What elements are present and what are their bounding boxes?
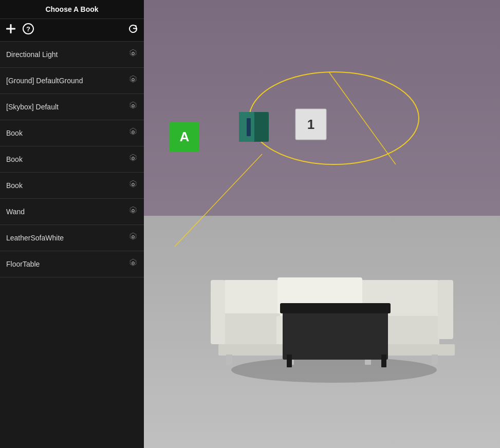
left-panel: Choose A Book ? [0,0,144,448]
list-item-label-book-3: Book [6,181,128,190]
svg-point-7 [132,131,135,134]
gear-icon-wand[interactable] [128,206,138,217]
list-item-wand[interactable]: Wand [0,199,144,225]
help-icon[interactable]: ? [23,23,34,37]
svg-rect-33 [211,280,225,344]
gear-icon-default-ground[interactable] [128,75,138,86]
panel-header: Choose A Book [0,0,144,19]
gear-icon-book-3[interactable] [128,180,138,191]
list-item-label-floor-table: FloorTable [6,260,128,268]
scene-svg: A 1 [144,0,500,448]
svg-point-6 [132,105,135,107]
list-item-label-default-ground: [Ground] DefaultGround [6,77,128,85]
svg-point-12 [132,262,135,265]
panel-list: Directional Light [Ground] DefaultGround… [0,42,144,448]
svg-rect-40 [283,308,388,360]
list-item-label-directional-light: Directional Light [6,50,128,59]
list-item-leather-sofa[interactable]: LeatherSofaWhite [0,225,144,251]
svg-point-5 [132,79,135,81]
svg-point-10 [132,210,135,212]
app-container: Choose A Book ? [0,0,500,448]
svg-text:1: 1 [307,117,314,132]
svg-rect-1 [6,28,15,30]
list-item-label-leather-sofa: LeatherSofaWhite [6,234,128,242]
svg-rect-41 [280,303,391,313]
svg-point-11 [132,236,135,238]
svg-rect-36 [226,354,232,365]
svg-text:A: A [180,129,190,144]
add-icon[interactable] [5,23,16,37]
gear-icon-book-1[interactable] [128,127,138,139]
panel-title: Choose A Book [45,5,98,13]
list-item-book-1[interactable]: Book [0,120,144,146]
panel-toolbar: ? [0,19,144,42]
list-item-label-default-skybox: [Skybox] Default [6,103,128,111]
gear-icon-leather-sofa[interactable] [128,232,138,244]
svg-text:?: ? [26,25,30,33]
svg-point-4 [132,52,135,55]
svg-rect-23 [247,118,251,136]
svg-rect-43 [381,354,386,367]
svg-rect-39 [432,354,438,365]
svg-rect-42 [287,354,292,367]
svg-rect-34 [438,280,453,339]
svg-point-9 [132,183,135,186]
gear-icon-default-skybox[interactable] [128,101,138,113]
list-item-book-2[interactable]: Book [0,146,144,173]
svg-rect-30 [218,313,280,344]
list-item-label-book-1: Book [6,129,128,137]
gear-icon-floor-table[interactable] [128,258,138,270]
gear-icon-directional-light[interactable] [128,49,138,60]
svg-point-26 [231,357,437,383]
list-item-label-book-2: Book [6,155,128,163]
list-item-directional-light[interactable]: Directional Light [0,42,144,68]
list-item-default-skybox[interactable]: [Skybox] Default [0,94,144,120]
list-item-default-ground[interactable]: [Ground] DefaultGround [0,68,144,94]
list-item-book-3[interactable]: Book [0,173,144,199]
list-item-floor-table[interactable]: FloorTable [0,251,144,277]
refresh-icon[interactable] [127,23,139,37]
svg-point-8 [132,157,135,160]
scene-viewport[interactable]: A 1 [144,0,500,448]
list-item-label-wand: Wand [6,208,128,216]
gear-icon-book-2[interactable] [128,154,138,165]
